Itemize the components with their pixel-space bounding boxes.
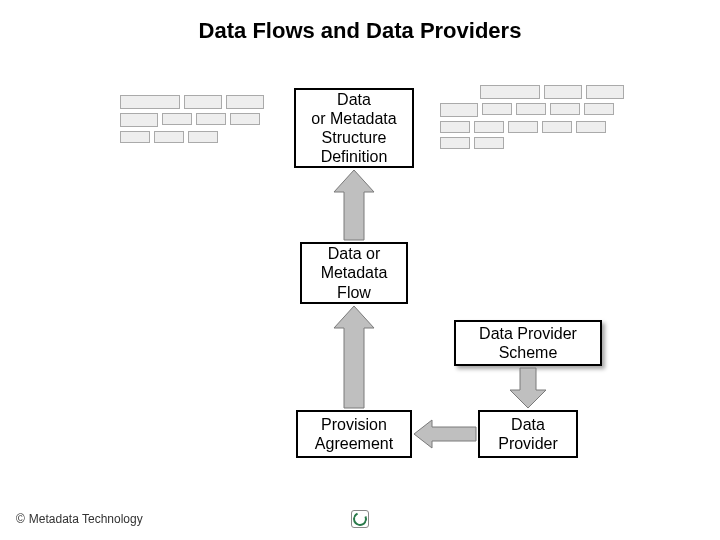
footer-text: Metadata Technology	[29, 512, 143, 526]
node-provision-agreement: ProvisionAgreement	[296, 410, 412, 458]
arrow-provision-to-flow	[334, 306, 374, 408]
node-data-metadata-flow: Data orMetadataFlow	[300, 242, 408, 304]
arrow-dataprovider-to-provision	[414, 420, 476, 448]
node-label: Data ProviderScheme	[479, 324, 577, 362]
deco-diagram-right	[440, 85, 630, 149]
deco-diagram-left	[120, 95, 270, 143]
svg-marker-1	[334, 306, 374, 408]
node-label: ProvisionAgreement	[315, 415, 393, 453]
svg-marker-0	[334, 170, 374, 240]
node-label: Dataor MetadataStructureDefinition	[311, 90, 396, 167]
node-label: Data orMetadataFlow	[321, 244, 388, 302]
node-data-provider-scheme: Data ProviderScheme	[454, 320, 602, 366]
node-label: DataProvider	[498, 415, 558, 453]
copyright-symbol: ©	[16, 512, 25, 526]
arrow-scheme-to-dataprovider	[510, 368, 546, 408]
svg-marker-2	[414, 420, 476, 448]
footer-logo-icon	[351, 510, 369, 528]
footer-copyright: © Metadata Technology	[16, 512, 143, 526]
arrow-flow-to-structure	[334, 170, 374, 240]
node-structure-definition: Dataor MetadataStructureDefinition	[294, 88, 414, 168]
node-data-provider: DataProvider	[478, 410, 578, 458]
page-title: Data Flows and Data Providers	[0, 18, 720, 44]
svg-marker-3	[510, 368, 546, 408]
